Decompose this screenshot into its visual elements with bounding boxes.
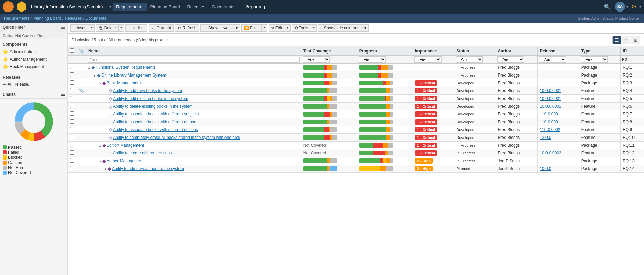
- component-item-book-management[interactable]: ⭐Book Management: [0, 63, 67, 70]
- release-link[interactable]: 110.0.0001: [540, 112, 560, 117]
- req-name-link[interactable]: Ability to add new authors to the system: [112, 166, 184, 171]
- row-checkbox[interactable]: [70, 166, 74, 170]
- insert-dropdown[interactable]: ▾: [89, 24, 95, 32]
- tools-button[interactable]: ⚙ Tools: [292, 24, 311, 32]
- filter-status-col[interactable]: -- Any --: [454, 56, 496, 64]
- nav-item-planning-board[interactable]: Planning Board: [147, 3, 184, 11]
- row-checkbox[interactable]: [70, 72, 74, 77]
- req-name-link[interactable]: Ability to delete existing books in the …: [113, 104, 193, 109]
- tools-dropdown[interactable]: ▾: [311, 24, 317, 32]
- release-link[interactable]: 12.0.0: [540, 135, 551, 140]
- edit-button[interactable]: ✏ Edit: [269, 24, 285, 32]
- search-icon[interactable]: 🔍: [601, 2, 614, 12]
- release-link[interactable]: 10.0.0: [540, 166, 551, 171]
- col-status[interactable]: Status: [454, 47, 496, 56]
- importance-filter-select[interactable]: -- Any --: [414, 56, 442, 63]
- indent-button[interactable]: → Indent: [125, 24, 147, 32]
- show-hide-columns-select[interactable]: -- Show/hide columns -- ▾: [318, 24, 369, 32]
- type-filter-select[interactable]: -- Any --: [581, 56, 608, 63]
- charts-collapse[interactable]: ▬: [61, 92, 65, 97]
- row-checkbox[interactable]: [70, 143, 74, 147]
- filter-name-col[interactable]: [86, 56, 301, 64]
- req-name-link[interactable]: Ability to associate books with differen…: [113, 120, 197, 124]
- breadcrumb-requirements[interactable]: Requirements: [4, 16, 29, 21]
- row-checkbox[interactable]: [70, 158, 74, 163]
- app-title-dropdown[interactable]: ▾: [109, 5, 111, 9]
- gear-icon[interactable]: ⚙: [630, 3, 638, 10]
- show-level-dropdown-icon[interactable]: ▾: [236, 26, 238, 30]
- select-all-checkbox[interactable]: [70, 48, 74, 53]
- user-dropdown[interactable]: ▾: [626, 5, 628, 9]
- show-hide-dropdown-icon[interactable]: ▾: [364, 26, 366, 30]
- logo-hex-icon[interactable]: [16, 1, 27, 12]
- tc-filter-select[interactable]: -- Any --: [303, 56, 330, 63]
- expand-icon[interactable]: ▴: [105, 167, 106, 171]
- filter-release-col[interactable]: -- Any --: [538, 56, 579, 64]
- release-link[interactable]: 110.0.0001: [540, 120, 560, 124]
- row-checkbox[interactable]: [70, 111, 74, 116]
- req-name-link[interactable]: Ability to associate books with differen…: [113, 112, 199, 117]
- req-name-link[interactable]: Functional System Requirements: [96, 65, 156, 70]
- breadcrumb-planning[interactable]: Planning Board: [33, 16, 61, 21]
- row-checkbox[interactable]: [70, 127, 74, 131]
- author-filter-select[interactable]: -- Any --: [497, 56, 524, 63]
- col-release[interactable]: Release: [538, 47, 579, 56]
- delete-dropdown[interactable]: ▾: [118, 24, 124, 32]
- req-name-link[interactable]: Ability to associate books with differen…: [113, 127, 198, 132]
- req-name-link[interactable]: Book Management: [107, 81, 141, 85]
- row-checkbox[interactable]: [70, 150, 74, 155]
- all-releases-item[interactable]: --- All Release...: [0, 81, 67, 88]
- release-link[interactable]: 10.0.0.0002: [540, 104, 561, 109]
- nav-reporting[interactable]: Reporting: [239, 3, 271, 11]
- name-filter-input[interactable]: [88, 57, 300, 63]
- row-checkbox[interactable]: [70, 65, 74, 69]
- release-link[interactable]: 10.0.0.0003: [540, 151, 561, 155]
- nav-item-documents[interactable]: Documents: [209, 3, 238, 11]
- breadcrumb-documents[interactable]: Documents: [86, 16, 106, 21]
- col-id[interactable]: ID: [621, 47, 644, 56]
- logo-orange-icon[interactable]: 🔸: [3, 1, 14, 12]
- req-name-link[interactable]: Ability to edit existing books in the sy…: [113, 96, 188, 101]
- not-covered-item[interactable]: Critical Not-Covered Re...: [0, 32, 67, 39]
- nav-item-releases[interactable]: Releases: [184, 3, 209, 11]
- tools-split-button[interactable]: ⚙ Tools ▾: [292, 24, 317, 32]
- row-checkbox[interactable]: [70, 96, 74, 100]
- filter-progress-col[interactable]: -- Any --: [357, 56, 413, 64]
- row-checkbox[interactable]: [70, 104, 74, 108]
- req-name-link[interactable]: Ability to create different editions: [113, 151, 172, 155]
- breadcrumb-releases[interactable]: Releases: [65, 16, 82, 21]
- gear-dropdown[interactable]: ▾: [639, 5, 641, 9]
- col-type[interactable]: Type: [579, 47, 620, 56]
- row-checkbox[interactable]: [70, 80, 74, 85]
- delete-split-button[interactable]: 🗑 Delete ▾: [96, 24, 124, 32]
- expand-icon[interactable]: ▴: [88, 66, 90, 69]
- quick-filter-collapse[interactable]: ▬: [61, 25, 65, 30]
- req-name-link[interactable]: Edition Management: [107, 143, 144, 148]
- req-name-link[interactable]: Ability to add new books to the system: [113, 88, 182, 93]
- component-item-author-management[interactable]: ⭐Author Management: [0, 56, 67, 63]
- filter-author-col[interactable]: -- Any --: [496, 56, 538, 64]
- filter-split-button[interactable]: 🔽 Filter ▾: [241, 24, 267, 32]
- filter-id-col[interactable]: RQ: [621, 56, 644, 64]
- release-filter-select[interactable]: -- Any --: [539, 56, 566, 63]
- row-checkbox[interactable]: [70, 119, 74, 124]
- insert-button[interactable]: + Insert: [70, 24, 89, 32]
- filter-type-col[interactable]: -- Any --: [579, 56, 620, 64]
- req-name-link[interactable]: Online Library Management System: [101, 73, 166, 78]
- nav-item-requirements[interactable]: Requirements: [113, 3, 147, 11]
- col-importance[interactable]: Importance: [413, 47, 454, 56]
- delete-button[interactable]: 🗑 Delete: [96, 24, 118, 32]
- col-name[interactable]: Name: [86, 47, 301, 56]
- filter-importance-col[interactable]: -- Any --: [413, 56, 454, 64]
- insert-split-button[interactable]: + Insert ▾: [70, 24, 95, 32]
- expand-icon[interactable]: ▴: [99, 81, 101, 85]
- release-link[interactable]: 110.0.0002: [540, 127, 560, 132]
- filter-dropdown[interactable]: ▾: [261, 24, 267, 32]
- row-checkbox[interactable]: [70, 88, 74, 92]
- expand-icon[interactable]: ▴: [99, 144, 101, 147]
- show-level-select[interactable]: --- Show Level --- ▾: [200, 24, 240, 32]
- edit-split-button[interactable]: ✏ Edit ▾: [269, 24, 291, 32]
- edit-dropdown[interactable]: ▾: [285, 24, 291, 32]
- release-link[interactable]: 10.0.0.0001: [540, 88, 561, 93]
- col-test-coverage[interactable]: Test Coverage: [301, 47, 357, 56]
